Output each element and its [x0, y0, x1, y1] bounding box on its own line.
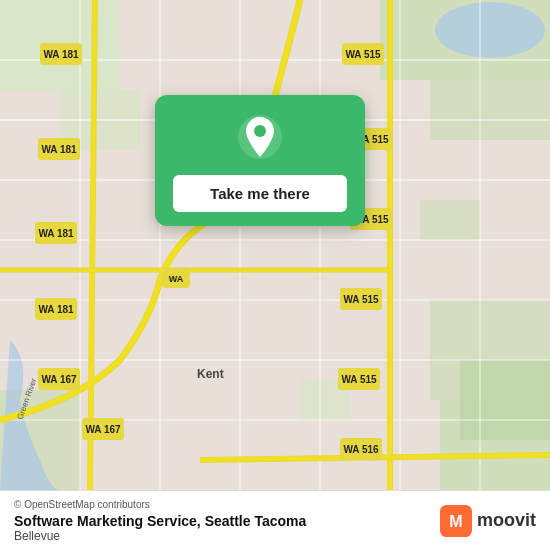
svg-text:WA 167: WA 167 [85, 424, 121, 435]
map-container: WA 181 WA 181 WA 181 WA 181 WA 167 WA 16… [0, 0, 550, 490]
svg-text:WA 515: WA 515 [343, 294, 379, 305]
map-svg: WA 181 WA 181 WA 181 WA 181 WA 167 WA 16… [0, 0, 550, 490]
svg-text:Kent: Kent [197, 367, 224, 381]
osm-credit: © OpenStreetMap contributors [14, 499, 306, 510]
svg-text:WA 181: WA 181 [41, 144, 77, 155]
svg-point-12 [435, 2, 545, 58]
popup-card: Take me there [155, 95, 365, 226]
svg-point-63 [254, 125, 266, 137]
moovit-icon: M [440, 505, 472, 537]
svg-text:WA 181: WA 181 [43, 49, 79, 60]
svg-text:WA: WA [169, 274, 184, 284]
svg-text:WA 515: WA 515 [341, 374, 377, 385]
moovit-text: moovit [477, 510, 536, 531]
svg-text:WA 516: WA 516 [343, 444, 379, 455]
svg-text:WA 515: WA 515 [345, 49, 381, 60]
svg-rect-10 [420, 200, 480, 240]
moovit-logo: M moovit [440, 505, 536, 537]
svg-rect-11 [460, 360, 550, 440]
take-me-there-button[interactable]: Take me there [173, 175, 347, 212]
place-title: Software Marketing Service, Seattle Taco… [14, 513, 306, 529]
location-pin-icon [236, 113, 284, 161]
svg-text:WA 167: WA 167 [41, 374, 77, 385]
bottom-info: © OpenStreetMap contributors Software Ma… [14, 499, 306, 543]
svg-rect-4 [430, 80, 550, 140]
svg-text:WA 181: WA 181 [38, 228, 74, 239]
svg-text:M: M [449, 513, 462, 530]
bottom-bar: © OpenStreetMap contributors Software Ma… [0, 490, 550, 550]
svg-text:WA 181: WA 181 [38, 304, 74, 315]
place-region: Bellevue [14, 529, 306, 543]
